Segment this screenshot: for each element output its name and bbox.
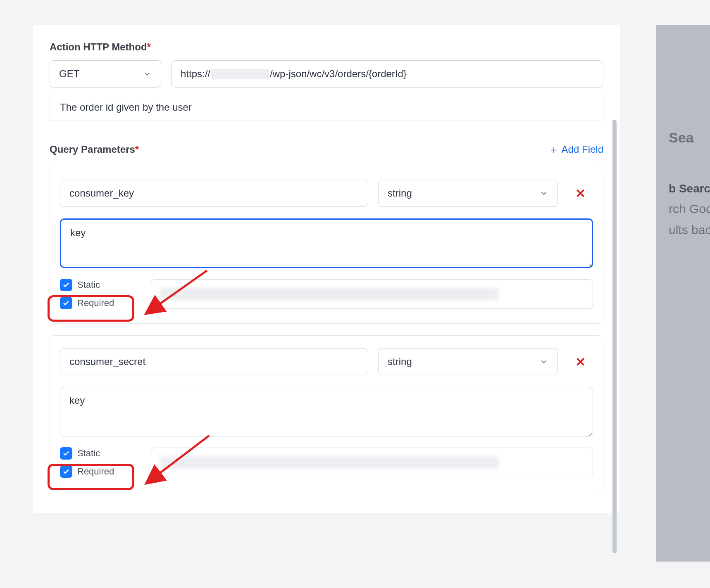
url-prefix: https://	[181, 68, 210, 80]
param-description-input[interactable]	[60, 218, 593, 268]
required-star: *	[135, 144, 139, 155]
bg-text-sea: Sea	[669, 126, 710, 150]
required-star: *	[147, 41, 151, 52]
static-checkbox[interactable]	[60, 279, 72, 291]
bg-text-rchgoo: rch Goo	[669, 198, 710, 219]
param-name-input[interactable]: consumer_secret	[60, 348, 368, 375]
required-checkbox[interactable]	[60, 297, 72, 309]
http-method-value: GET	[59, 68, 79, 80]
bg-text-ultsback: ults back	[669, 219, 710, 240]
endpoint-description-input[interactable]: The order id given by the user	[50, 94, 603, 121]
static-checkbox[interactable]	[60, 447, 72, 460]
param-type-select[interactable]: string	[378, 180, 558, 207]
delete-param-button[interactable]: ✕	[568, 355, 593, 369]
add-field-button[interactable]: ＋ Add Field	[548, 144, 603, 155]
chevron-down-icon	[539, 357, 548, 366]
query-params-label: Query Parameters*	[50, 144, 139, 155]
chevron-down-icon	[539, 189, 548, 198]
bg-text-bsearch: b Searc	[669, 179, 710, 199]
endpoint-description-value: The order id given by the user	[60, 102, 192, 113]
chevron-down-icon	[143, 69, 152, 78]
panel-scrollbar[interactable]	[612, 120, 617, 553]
url-host-masked	[211, 69, 269, 79]
param-type-select[interactable]: string	[378, 348, 558, 375]
value-masked	[160, 288, 499, 300]
background-right-strip: Sea b Searc rch Goo ults back	[656, 25, 710, 562]
endpoint-url-input[interactable]: https:// /wp-json/wc/v3/orders/{orderId}	[171, 60, 603, 88]
param-static-value-input[interactable]	[151, 448, 593, 477]
static-checkbox-label: Static	[77, 280, 100, 290]
query-param-card: consumer_secret string ✕	[50, 335, 603, 492]
param-name-input[interactable]: consumer_key	[60, 180, 368, 207]
required-checkbox-label: Required	[77, 298, 114, 308]
http-method-select[interactable]: GET	[50, 60, 161, 88]
add-field-label: Add Field	[562, 144, 603, 155]
plus-icon: ＋	[548, 144, 559, 155]
delete-param-button[interactable]: ✕	[568, 186, 593, 201]
required-checkbox[interactable]	[60, 465, 72, 478]
param-static-value-input[interactable]	[151, 279, 593, 309]
param-description-input[interactable]	[60, 387, 593, 436]
value-masked	[160, 456, 499, 469]
url-suffix: /wp-json/wc/v3/orders/{orderId}	[270, 68, 407, 80]
action-config-panel: Action HTTP Method* GET https:// /wp-jso…	[33, 25, 620, 513]
query-param-card: consumer_key string ✕ St	[50, 167, 603, 324]
static-checkbox-label: Static	[77, 448, 100, 459]
required-checkbox-label: Required	[77, 466, 114, 477]
http-method-label: Action HTTP Method*	[50, 41, 603, 53]
